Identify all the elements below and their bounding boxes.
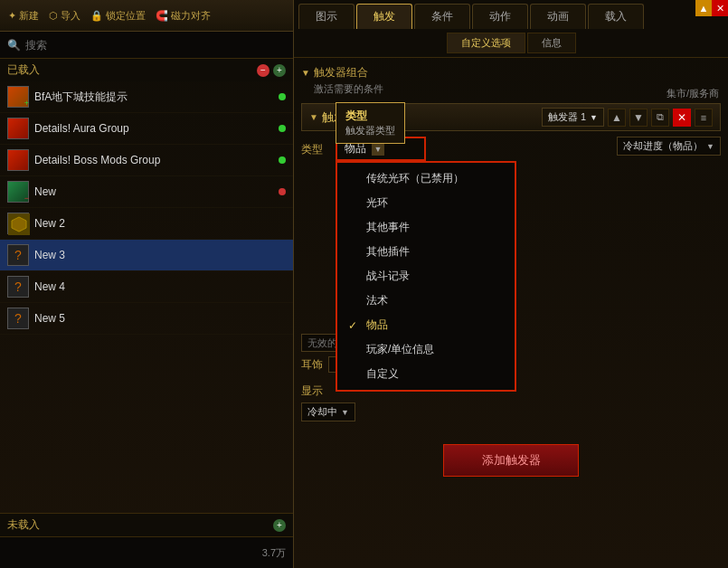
tab-load[interactable]: 载入 [588,4,644,29]
cooldown-section: 冷却进度（物品） ▼ [617,137,721,156]
plus-indicator: + [24,99,29,108]
status-indicator [279,220,286,227]
tab-icon[interactable]: 图示 [298,4,355,29]
trigger1-dropdown[interactable]: 触发器 1 ▼ [542,108,604,127]
add-trigger-container: 添加触发器 [301,435,721,486]
close-button[interactable]: ✕ [712,0,728,16]
left-status-bar: 3.7万 [0,536,293,568]
aura-icon [7,149,29,171]
collapse-arrow[interactable]: ▼ [301,68,310,78]
import-icon: ⬡ [49,10,58,22]
trigger-menu[interactable]: ≡ [695,109,713,127]
cooldown-status-arrow-icon: ▼ [341,408,349,417]
status-indicator [279,93,286,100]
cooldown-status-dropdown[interactable]: 冷却中 ▼ [301,402,355,421]
trigger-group-section: ▼ 触发器组合 激活需要的条件 集市/服务商 [301,65,721,96]
trigger-nav-down[interactable]: ▼ [629,109,648,127]
add-trigger-button[interactable]: 添加触发器 [443,444,579,477]
sub-tab-info[interactable]: 信息 [527,33,576,53]
type-dropdown-container: 类型 触发器类型 物品 ▼ 传统光环（已禁用） [336,137,426,161]
aura-name: New 3 [34,249,280,261]
tab-animation[interactable]: 动画 [530,4,586,29]
dropdown-item-1[interactable]: 光环 [337,191,515,215]
new-icon: ✦ [8,10,16,22]
trigger-nav-up[interactable]: ▲ [608,109,626,127]
list-item[interactable]: ? New 4 [0,271,293,303]
type-label: 类型 [301,137,328,162]
magnet-button[interactable]: 🧲 磁力对齐 [152,7,214,24]
dropdown-item-4[interactable]: 战斗记录 [337,264,515,289]
minimize-button[interactable]: ▲ [695,0,712,16]
dropdown-item-3[interactable]: 其他插件 [337,240,515,264]
tooltip-title: 类型 [345,109,395,124]
loaded-section-header: 已载入 − + [0,59,293,81]
list-item[interactable]: − New [0,176,293,208]
trigger-group-label: ▼ 触发器组合 [301,65,721,80]
unloaded-section-header: 未载入 + [0,513,293,536]
dropdown-arrow-icon: ▼ [372,143,384,156]
tab-trigger[interactable]: 触发 [356,4,412,29]
aura-name: New 2 [34,217,273,230]
aura-name: New 4 [34,280,280,293]
sub-tab-custom[interactable]: 自定义选项 [447,33,525,53]
aura-list: + BfA地下城技能提示 Details! Aura Group [0,81,293,513]
tooltip-body: 触发器类型 [345,124,395,137]
list-item[interactable]: Details! Boss Mods Group [0,145,293,176]
dropdown-item-7[interactable]: 玩家/单位信息 [337,337,515,362]
loaded-minus-button[interactable]: − [257,64,269,77]
search-bar: 🔍 [0,32,293,59]
type-row: 类型 类型 触发器类型 物品 ▼ [301,137,721,162]
dropdown-item-2[interactable]: 其他事件 [337,215,515,240]
aura-icon: ? [7,244,29,266]
left-panel: ✦ 新建 ⬡ 导入 🔒 锁定位置 🧲 磁力对齐 🔍 已载入 [0,0,294,568]
trigger-collapse-arrow[interactable]: ▼ [309,112,318,122]
lock-button[interactable]: 🔒 锁定位置 [87,7,149,24]
unloaded-plus-button[interactable]: + [273,519,286,532]
list-item[interactable]: Details! Aura Group [0,113,293,145]
trigger-copy[interactable]: ⧉ [651,109,669,127]
new-button[interactable]: ✦ 新建 [5,7,43,24]
search-input[interactable] [25,39,286,52]
loaded-plus-button[interactable]: + [273,64,286,77]
dropdown-item-8[interactable]: 自定义 [337,362,515,386]
main-tabs: 图示 触发 条件 动作 动画 载入 [294,0,728,29]
list-item[interactable]: New 2 [0,208,293,240]
top-nav: 图示 触发 条件 动作 动画 载入 自定义选项 信息 [294,0,728,58]
list-item[interactable]: ? New 3 [0,240,293,271]
tab-action[interactable]: 动作 [472,4,528,29]
type-dropdown-menu: 传统光环（已禁用） 光环 其他事件 其他插件 [336,161,516,392]
list-item[interactable]: + BfA地下城技能提示 [0,81,293,113]
magnet-icon: 🧲 [156,10,168,22]
tab-condition[interactable]: 条件 [414,4,470,29]
memory-text: 3.7万 [262,546,286,560]
aura-icon: ? [7,308,29,329]
aura-name: Details! Aura Group [34,122,273,135]
show-label: 显示 [301,384,323,397]
aura-name: Details! Boss Mods Group [34,154,273,166]
toolbar: ✦ 新建 ⬡ 导入 🔒 锁定位置 🧲 磁力对齐 [0,0,293,32]
dropdown-item-0[interactable]: 传统光环（已禁用） [337,166,515,191]
aura-name: New [34,185,273,198]
aura-icon [7,118,29,139]
status-indicator [279,188,286,195]
content-area: ▼ 触发器组合 激活需要的条件 集市/服务商 ▼ 触发器 1 触发器 1 ▼ [294,58,728,568]
loaded-section-title: 已载入 [7,62,40,78]
tooltip-box: 类型 触发器类型 [336,102,405,144]
dropdown-item-6[interactable]: ✓ 物品 [337,313,515,337]
status-indicator [279,156,286,164]
list-item[interactable]: ? New 5 [0,303,293,335]
dropdown-arrow-icon: ▼ [590,113,598,122]
cooldown-status-row: 冷却中 ▼ [301,402,721,421]
import-button[interactable]: ⬡ 导入 [45,7,84,24]
right-panel: 图示 触发 条件 动作 动画 载入 自定义选项 信息 ▼ 触发器组合 激活需要的… [294,0,728,568]
right-label: 集市/服务商 [667,87,719,100]
earring-label: 耳饰 [301,357,323,373]
cooldown-dropdown-arrow: ▼ [706,142,714,151]
dropdown-item-5[interactable]: 法术 [337,289,515,313]
unloaded-section-title: 未载入 [7,517,40,533]
trigger1-controls: 触发器 1 ▼ ▲ ▼ ⧉ ✕ ≡ [542,108,713,127]
trigger-delete[interactable]: ✕ [673,109,691,127]
search-icon: 🔍 [7,39,21,52]
cooldown-dropdown[interactable]: 冷却进度（物品） ▼ [617,137,721,156]
aura-icon [7,213,29,234]
